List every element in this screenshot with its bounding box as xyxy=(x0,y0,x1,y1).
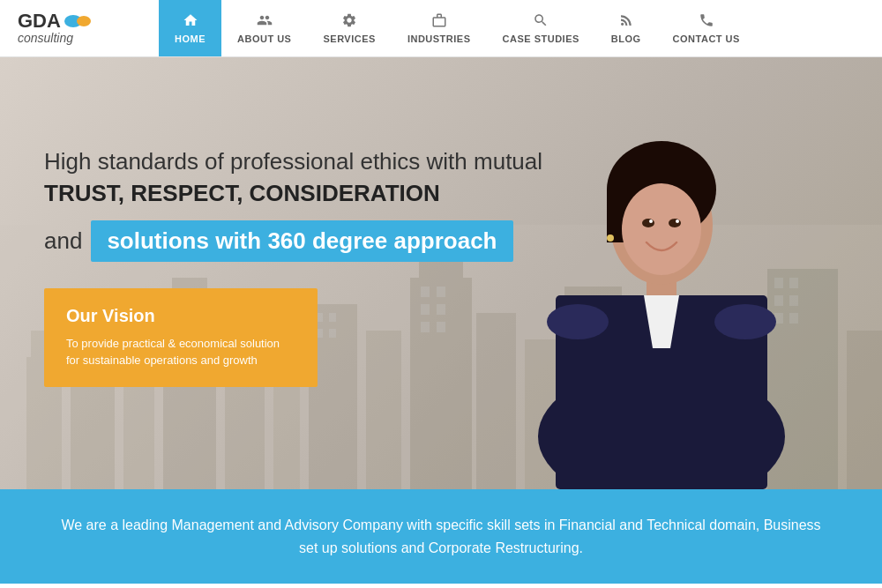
svg-point-63 xyxy=(649,220,653,223)
industries-icon xyxy=(431,12,447,31)
nav-label-contact: CONTACT US xyxy=(673,33,740,44)
services-icon xyxy=(341,12,357,31)
case-studies-icon xyxy=(533,12,549,31)
person-svg xyxy=(507,66,816,489)
logo: GDA consulting xyxy=(0,11,159,46)
tagline-line2: TRUST, RESPECT, CONSIDERATION xyxy=(44,180,440,206)
svg-point-61 xyxy=(642,219,654,227)
nav-item-contact[interactable]: CONTACT US xyxy=(657,0,756,56)
logo-text: GDA consulting xyxy=(18,11,91,46)
nav-item-case-studies[interactable]: CASE STUDIES xyxy=(487,0,595,56)
nav-label-about: ABOUT US xyxy=(237,33,291,44)
nav-label-home: HOME xyxy=(175,33,206,44)
highlight-box: solutions with 360 degree approach xyxy=(91,220,512,262)
vision-title: Our Vision xyxy=(66,306,295,326)
tagline-line1: High standards of professional ethics wi… xyxy=(44,148,542,175)
footer-banner: We are a leading Management and Advisory… xyxy=(0,489,882,584)
hero-content: High standards of professional ethics wi… xyxy=(44,145,542,387)
svg-point-62 xyxy=(669,219,681,227)
svg-point-1 xyxy=(77,16,91,26)
hero-tagline: High standards of professional ethics wi… xyxy=(44,145,542,210)
nav-item-home[interactable]: HOME xyxy=(159,0,221,56)
main-nav: HOME ABOUT US SERVICES INDUSTRIES xyxy=(159,0,756,56)
nav-item-industries[interactable]: INDUSTRIES xyxy=(392,0,487,56)
about-icon xyxy=(257,12,273,31)
svg-point-60 xyxy=(622,183,701,275)
vision-box: Our Vision To provide practical & econom… xyxy=(44,288,318,387)
footer-banner-text: We are a leading Management and Advisory… xyxy=(53,514,829,559)
svg-point-67 xyxy=(714,304,776,339)
nav-item-blog[interactable]: BLOG xyxy=(595,0,657,56)
nav-item-about[interactable]: ABOUT US xyxy=(221,0,307,56)
nav-item-services[interactable]: SERVICES xyxy=(307,0,391,56)
svg-point-64 xyxy=(676,220,679,223)
hero-section: High standards of professional ethics wi… xyxy=(0,57,882,489)
nav-label-services: SERVICES xyxy=(323,33,375,44)
hero-person xyxy=(494,57,829,489)
svg-point-66 xyxy=(547,304,609,339)
nav-label-industries: INDUSTRIES xyxy=(407,33,471,44)
svg-rect-59 xyxy=(607,190,624,242)
vision-text: To provide practical & economical soluti… xyxy=(66,335,295,369)
highlight-prefix: and xyxy=(44,227,82,255)
hero-highlight: and solutions with 360 degree approach xyxy=(44,220,513,262)
blog-icon xyxy=(618,12,634,31)
nav-label-blog: BLOG xyxy=(611,33,641,44)
home-icon xyxy=(183,12,198,31)
header: GDA consulting HOME ABOUT US xyxy=(0,0,882,57)
contact-icon xyxy=(699,12,714,31)
logo-icon xyxy=(64,14,91,28)
svg-point-65 xyxy=(607,234,614,242)
svg-rect-22 xyxy=(847,331,882,489)
nav-label-case-studies: CASE STUDIES xyxy=(503,33,579,44)
